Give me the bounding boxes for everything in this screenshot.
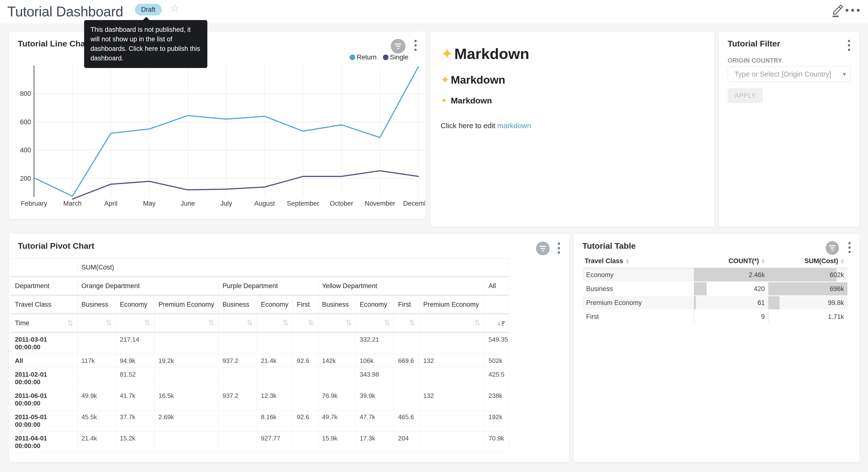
pivot-value-cell	[78, 368, 116, 389]
pivot-value-cell: 39.9k	[356, 389, 394, 410]
pivot-class-header: Business	[318, 295, 356, 314]
favorite-star-icon[interactable]: ☆	[170, 2, 179, 14]
pivot-row-label: 2011-04-01 00:00:00	[11, 432, 78, 453]
pivot-column-sort-header[interactable]: ⇅	[257, 314, 293, 332]
pivot-value-cell: 192k	[485, 410, 509, 432]
pivot-department-label: Department	[11, 276, 78, 295]
pivot-value-cell	[293, 332, 318, 354]
pivot-row-label: 2011-03-01 00:00:00	[11, 332, 78, 354]
pivot-value-cell: 21.4k	[78, 432, 116, 453]
pivot-value-cell: 549.35	[485, 332, 509, 354]
sum-bar	[768, 310, 769, 323]
pivot-group-header: Orange Department	[78, 276, 219, 295]
pivot-chart-title: Tutorial Pivot Chart	[18, 241, 94, 251]
pivot-class-header: Premium Economy	[419, 295, 485, 314]
pivot-class-header: First	[293, 295, 318, 314]
table-chart-panel: Tutorial Table Travel Class COUNT(*) SUM…	[574, 234, 860, 462]
travel-class-cell: Premium Economy	[583, 296, 694, 310]
header-menu-button[interactable]	[845, 9, 860, 12]
pivot-value-cell	[394, 368, 419, 389]
sort-icon	[841, 259, 844, 264]
markdown-edit-link[interactable]: markdown	[497, 122, 531, 129]
pivot-value-cell: 92.6	[293, 410, 318, 432]
axis-tick-label: September	[287, 200, 319, 207]
pivot-column-sort-header[interactable]: ⇅	[318, 314, 356, 332]
pivot-all-sort-header[interactable]: ↓	[485, 314, 509, 332]
pivot-value-cell	[257, 368, 293, 389]
pivot-column-sort-header[interactable]: ⇅	[78, 314, 116, 332]
pivot-value-cell	[78, 332, 116, 354]
axis-tick-label: October	[330, 200, 353, 207]
pivot-value-cell	[419, 432, 485, 453]
filter-panel: Tutorial Filter ORIGIN COUNTRY ▾ APPLY	[719, 31, 860, 227]
pivot-column-sort-header[interactable]: ⇅	[394, 314, 419, 332]
markdown-h3: ✦ Markdown	[441, 96, 707, 106]
sort-updown-icon: ⇅	[308, 319, 314, 327]
pivot-column-sort-header[interactable]: ⇅	[116, 314, 155, 332]
apply-button[interactable]: APPLY	[727, 88, 763, 103]
pivot-value-cell: 343.98	[356, 368, 394, 389]
markdown-h2: ✦Markdown	[441, 73, 707, 86]
pivot-value-cell: 21.4k	[257, 354, 293, 368]
pivot-menu-icon[interactable]	[557, 242, 561, 255]
sort-updown-icon: ⇅	[283, 319, 289, 327]
pivot-value-cell: 204	[394, 432, 419, 453]
origin-country-select[interactable]: ▾	[727, 66, 850, 82]
axis-tick-label: February	[21, 200, 48, 207]
pivot-column-sort-header[interactable]: ⇅	[356, 314, 394, 332]
axis-tick-label: November	[365, 200, 395, 207]
filter-panel-title: Tutorial Filter	[727, 39, 780, 49]
cross-filter-badge[interactable]	[826, 241, 839, 255]
sort-updown-icon: ⇅	[144, 319, 150, 327]
sparkle-icon: ✦	[441, 45, 453, 62]
pivot-row-label: 2011-05-01 00:00:00	[11, 410, 78, 432]
pivot-value-cell: 502k	[485, 354, 509, 368]
col-header-count[interactable]: COUNT(*)	[694, 255, 768, 268]
pivot-group-header: Purple Department	[219, 276, 318, 295]
cross-filter-badge[interactable]	[536, 242, 550, 255]
pivot-travel-class-label: Travel Class	[11, 295, 78, 314]
pivot-value-cell: 106k	[356, 354, 394, 368]
travel-class-cell: Economy	[583, 268, 694, 282]
count-cell: 420	[694, 282, 768, 296]
filter-menu-icon[interactable]	[847, 39, 851, 52]
count-cell: 2.46k	[694, 268, 768, 282]
pivot-value-cell	[219, 410, 257, 432]
pivot-column-sort-header[interactable]: ⇅	[155, 314, 219, 332]
pivot-chart-panel: Tutorial Pivot Chart SUM(Cost)Department…	[9, 234, 569, 462]
pivot-column-sort-header[interactable]: ⇅	[219, 314, 257, 332]
pivot-value-cell: 45.5k	[78, 410, 116, 432]
draft-badge[interactable]: Draft	[135, 4, 162, 16]
sparkle-icon: ✦	[441, 73, 450, 86]
count-cell: 9	[694, 310, 768, 324]
pivot-column-sort-header[interactable]: ⇅	[419, 314, 485, 332]
pivot-value-cell: 47.7k	[356, 410, 394, 432]
line-chart[interactable]: FebruaryMarchAprilMayJuneJulyAugustSepte…	[9, 32, 425, 218]
pivot-value-cell	[293, 389, 318, 410]
pivot-value-cell: 15.9k	[318, 432, 356, 453]
pivot-time-sort-header[interactable]: Time⇅	[11, 314, 78, 332]
edit-dashboard-button[interactable]	[831, 3, 843, 18]
origin-country-input[interactable]	[734, 70, 843, 79]
table-menu-icon[interactable]	[847, 241, 851, 254]
sort-updown-icon: ⇅	[384, 319, 390, 327]
pivot-column-sort-header[interactable]: ⇅	[293, 314, 318, 332]
col-header-travel-class[interactable]: Travel Class	[583, 255, 694, 268]
pivot-class-header: Business	[78, 295, 116, 314]
series-line-single[interactable]	[72, 171, 418, 199]
table-header-row: Travel Class COUNT(*) SUM(Cost)	[583, 255, 847, 268]
pivot-metric-header: SUM(Cost)	[78, 259, 509, 277]
pivot-value-cell: 332.21	[356, 332, 394, 354]
pivot-value-cell: 238k	[485, 389, 509, 410]
col-header-sum-cost[interactable]: SUM(Cost)	[768, 255, 847, 268]
axis-tick-label: April	[104, 200, 117, 207]
axis-tick-label: August	[254, 200, 275, 207]
pivot-value-cell	[394, 332, 419, 354]
sort-updown-icon: ⇅	[474, 319, 480, 327]
sort-icon	[762, 259, 765, 264]
pivot-value-cell	[219, 332, 257, 354]
table-row: First91.71k	[583, 310, 847, 324]
sum-cost-cell: 696k	[768, 282, 847, 296]
pivot-value-cell: 92.6	[293, 354, 318, 368]
pivot-value-cell: 425.5	[485, 368, 509, 389]
